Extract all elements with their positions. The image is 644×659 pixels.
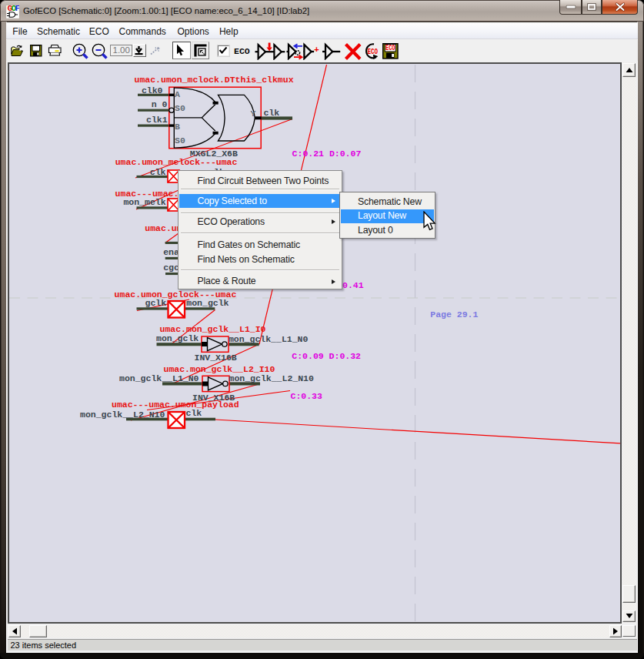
svg-text:cgc: cgc: [163, 263, 179, 273]
svg-text:mon_gclk: mon_gclk: [186, 298, 229, 308]
svg-text:A: A: [175, 89, 180, 99]
svg-text:mon_gclk__L2_N10: mon_gclk__L2_N10: [80, 410, 165, 420]
svg-text:mon_gclk__L2_N10: mon_gclk__L2_N10: [229, 373, 315, 383]
svg-text:MXGL2_X6B: MXGL2_X6B: [190, 149, 238, 159]
svg-text:clk: clk: [150, 167, 166, 177]
svg-text:C:0.21 D:0.07: C:0.21 D:0.07: [292, 149, 362, 159]
svg-text:n 0: n 0: [152, 99, 168, 109]
svg-text:C:0.33: C:0.33: [291, 391, 323, 401]
svg-text:clk: clk: [186, 408, 202, 418]
svg-text:ECO: ECO: [368, 46, 379, 56]
svg-text:F: F: [15, 5, 19, 13]
svg-text:mon_melk: mon_melk: [123, 197, 165, 207]
svg-text:+: +: [314, 45, 319, 55]
svg-text:C:0.09 D:0.32: C:0.09 D:0.32: [292, 351, 361, 361]
svg-text:mon_gclk: mon_gclk: [156, 333, 199, 343]
svg-text:S0: S0: [175, 103, 185, 113]
svg-text:mon_gclk__L1_N0: mon_gclk__L1_N0: [229, 334, 309, 344]
svg-text:ena: ena: [163, 247, 179, 257]
svg-text:S0: S0: [175, 135, 185, 146]
svg-text:Y: Y: [251, 109, 256, 119]
svg-text:B: B: [175, 122, 180, 132]
svg-text:INV_X16B: INV_X16B: [192, 393, 235, 403]
svg-text:clk0: clk0: [142, 85, 163, 95]
svg-text:umac.umon_mclock.DTthis_clkmux: umac.umon_mclock.DTthis_clkmux: [135, 75, 294, 85]
svg-text:clk1: clk1: [146, 115, 168, 125]
svg-text:INV_X16B: INV_X16B: [195, 353, 237, 363]
svg-text:umac.umon_melock---umac: umac.umon_melock---umac: [115, 157, 238, 167]
svg-text:Page 29.1: Page 29.1: [430, 309, 478, 319]
svg-text:ECO: ECO: [385, 43, 395, 52]
svg-text:mon_gclk__L1_N0: mon_gclk__L1_N0: [119, 373, 199, 383]
svg-text:gclk: gclk: [145, 298, 167, 308]
svg-text:clk: clk: [264, 108, 280, 118]
